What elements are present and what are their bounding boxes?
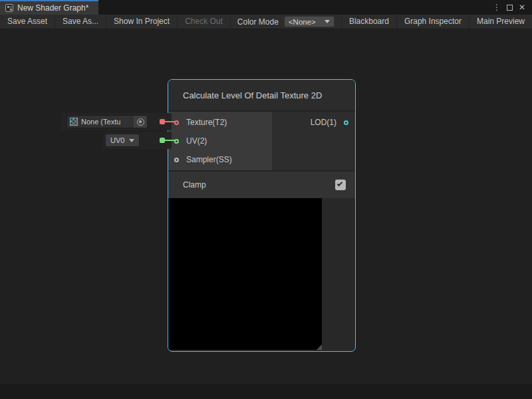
save-asset-button[interactable]: Save Asset bbox=[0, 15, 55, 29]
color-mode-label: Color Mode bbox=[231, 17, 284, 27]
texture-field-value: None (Textu bbox=[81, 118, 134, 126]
checkmark-icon bbox=[337, 181, 342, 186]
status-bar bbox=[0, 384, 532, 399]
toolbar: Save Asset Save As... Show In Project Ch… bbox=[0, 15, 532, 29]
node-title: Calculate Level Of Detail Texture 2D bbox=[183, 90, 322, 100]
port-sampler-label: Sampler(SS) bbox=[186, 155, 232, 164]
close-icon[interactable]: ✕ bbox=[519, 3, 525, 11]
port-uv-icon[interactable] bbox=[174, 139, 179, 144]
texture-input-widget: None (Textu bbox=[61, 113, 172, 130]
edge-texture-wire[interactable] bbox=[164, 121, 175, 122]
preview-resize-grip[interactable] bbox=[317, 344, 322, 350]
output-ports: LOD(1) bbox=[272, 112, 355, 170]
check-out-button: Check Out bbox=[178, 15, 231, 29]
port-uv-label: UV(2) bbox=[186, 136, 207, 146]
node-preview-image bbox=[168, 198, 322, 350]
graph-inspector-button[interactable]: Graph Inspector bbox=[396, 15, 469, 29]
save-as-button[interactable]: Save As... bbox=[55, 15, 106, 29]
port-sampler-icon[interactable] bbox=[174, 158, 179, 162]
port-row-texture: Texture(T2) bbox=[168, 113, 272, 132]
tab-strip-spacer bbox=[98, 0, 486, 15]
chevron-down-icon bbox=[129, 139, 134, 142]
chevron-down-icon bbox=[325, 20, 330, 23]
more-options-icon[interactable]: ⋮ bbox=[493, 3, 501, 11]
clamp-setting-row: Clamp bbox=[168, 170, 355, 198]
node-header[interactable]: Calculate Level Of Detail Texture 2D bbox=[168, 80, 355, 110]
color-mode-value: <None> bbox=[289, 18, 316, 26]
shader-graph-window: New Shader Graph* ⋮ ✕ Save Asset Save As… bbox=[0, 0, 532, 399]
graph-canvas[interactable]: None (Textu UV0 Calculate Level Of Detai… bbox=[0, 29, 532, 384]
port-lod-icon[interactable] bbox=[344, 120, 348, 125]
edge-uv-wire[interactable] bbox=[164, 140, 175, 141]
port-row-lod: LOD(1) bbox=[272, 113, 355, 132]
node-preview-area bbox=[168, 198, 355, 350]
node-ports: Texture(T2) UV(2) Sampler(SS) LOD(1) bbox=[168, 112, 355, 170]
clamp-checkbox[interactable] bbox=[335, 180, 346, 190]
shader-graph-icon bbox=[5, 4, 13, 12]
port-row-sampler: Sampler(SS) bbox=[168, 150, 272, 169]
main-preview-button[interactable]: Main Preview bbox=[469, 15, 532, 29]
uv-channel-value: UV0 bbox=[110, 136, 124, 144]
texture-thumbnail-icon bbox=[70, 118, 78, 126]
clamp-label: Clamp bbox=[183, 180, 335, 190]
show-in-project-button[interactable]: Show In Project bbox=[106, 15, 178, 29]
port-row-uv: UV(2) bbox=[168, 132, 272, 150]
blackboard-button[interactable]: Blackboard bbox=[341, 15, 396, 29]
tab-strip: New Shader Graph* ⋮ ✕ bbox=[0, 0, 532, 15]
uv-input-widget: UV0 bbox=[103, 132, 172, 149]
object-picker-icon bbox=[137, 118, 144, 126]
port-lod-label: LOD(1) bbox=[311, 118, 336, 127]
node-calculate-lod-texture-2d[interactable]: Calculate Level Of Detail Texture 2D Tex… bbox=[168, 79, 356, 352]
input-ports: Texture(T2) UV(2) Sampler(SS) bbox=[168, 112, 272, 170]
window-controls: ⋮ ✕ bbox=[486, 0, 532, 15]
object-picker-button[interactable] bbox=[134, 115, 147, 128]
port-texture-icon[interactable] bbox=[174, 120, 179, 125]
color-mode-dropdown[interactable]: <None> bbox=[284, 16, 334, 27]
uv-channel-dropdown[interactable]: UV0 bbox=[105, 134, 140, 147]
port-texture-label: Texture(T2) bbox=[186, 118, 227, 127]
texture-object-field[interactable]: None (Textu bbox=[66, 115, 148, 128]
tab-new-shader-graph[interactable]: New Shader Graph* bbox=[0, 0, 98, 15]
maximize-icon[interactable] bbox=[507, 5, 513, 11]
tab-title: New Shader Graph* bbox=[17, 3, 88, 13]
